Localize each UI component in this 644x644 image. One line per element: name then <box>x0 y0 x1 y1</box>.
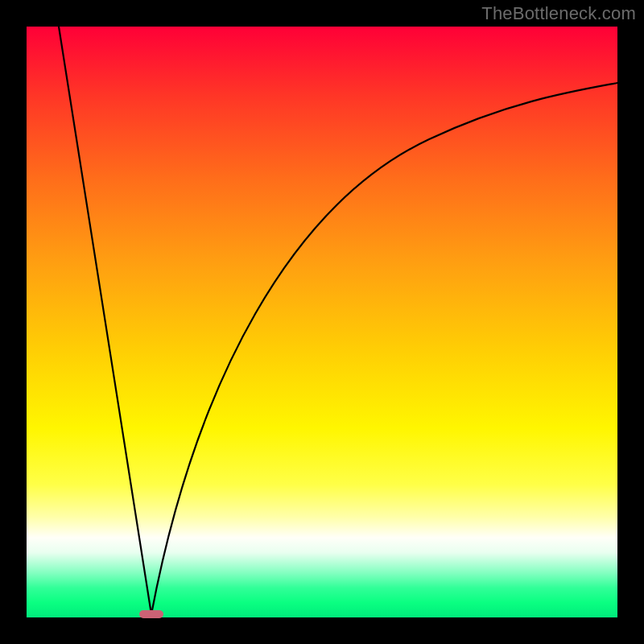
watermark-text: TheBottleneck.com <box>481 3 636 24</box>
chart-frame: TheBottleneck.com <box>0 0 644 644</box>
curve-path <box>59 27 617 614</box>
optimal-marker <box>139 610 163 618</box>
plot-area <box>27 27 617 617</box>
bottleneck-curve <box>27 27 617 617</box>
